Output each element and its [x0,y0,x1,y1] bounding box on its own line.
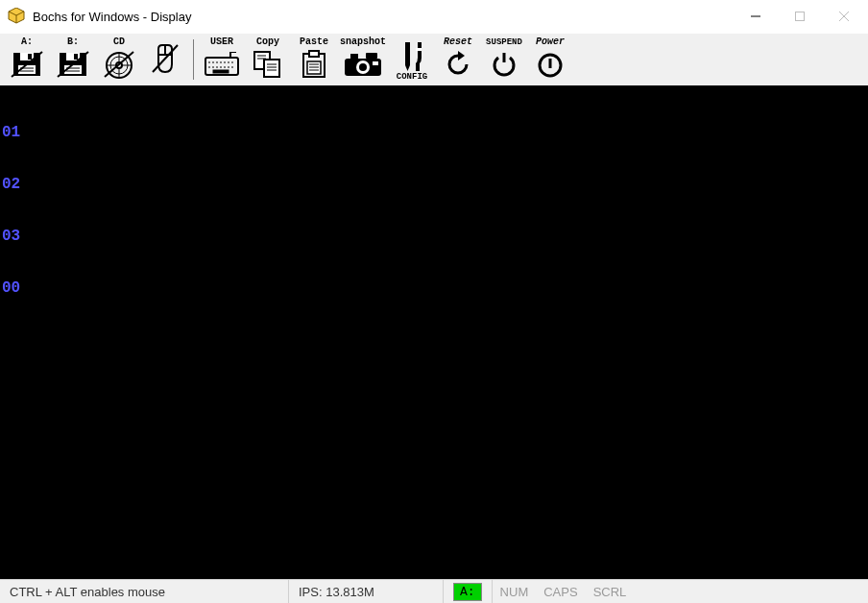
toolbar-label: snapshot [340,37,386,47]
toolbar-label: B: [67,37,79,47]
svg-marker-69 [458,51,465,60]
mouse-capture-button[interactable] [144,37,186,82]
app-icon [8,8,25,25]
toolbar-label: USER [210,37,233,47]
config-icon [398,41,425,72]
cdrom-button[interactable]: CD [98,37,140,82]
console-line: 03 [2,228,866,245]
status-hint: CTRL + ALT enables mouse [0,580,289,603]
mouse-icon [149,37,181,82]
toolbar-label: CONFIG [397,72,427,82]
svg-rect-61 [350,54,358,59]
minimize-button[interactable] [734,2,778,31]
toolbar-label: SUSPEND [486,37,522,47]
svg-rect-48 [264,60,279,77]
toolbar-separator [193,39,194,80]
keyboard-icon [204,47,240,82]
reset-icon [445,47,471,82]
svg-marker-67 [405,65,410,71]
toolbar-label: Power [536,37,565,47]
scrolllock-indicator: SCRL [586,585,635,599]
window-title: Bochs for Windows - Display [33,10,191,24]
suspend-icon [491,47,518,82]
svg-rect-8 [28,54,32,60]
console-line: 02 [2,176,866,193]
power-button[interactable]: Power [529,37,571,82]
toolbar-label: Paste [300,37,328,47]
svg-rect-46 [213,70,229,73]
toolbar-label: Copy [256,37,279,47]
floppy-b-icon [57,47,89,82]
toolbar-label: Reset [444,37,472,47]
cdrom-icon [103,47,135,82]
svg-rect-65 [373,61,378,65]
svg-rect-15 [74,54,78,60]
svg-rect-68 [416,48,422,51]
console-line: 00 [2,279,866,297]
svg-rect-62 [366,53,377,59]
console-display[interactable]: 01 02 03 00 [0,85,868,579]
config-button[interactable]: CONFIG [391,37,433,82]
maximize-button[interactable] [778,2,822,31]
numlock-indicator: NUM [493,585,537,599]
titlebar: Bochs for Windows - Display [0,0,868,33]
floppy-b-button[interactable]: B: [52,37,94,82]
copy-button[interactable]: Copy [247,37,289,82]
toolbar-label: A: [21,37,33,47]
toolbar: A: B: [0,33,868,85]
snapshot-button[interactable]: snapshot [339,37,387,82]
power-icon [537,47,564,82]
suspend-button[interactable]: SUSPEND [483,37,525,82]
svg-rect-66 [405,42,410,65]
floppy-a-icon [11,47,43,82]
status-drive-cell: A: [444,580,493,603]
floppy-a-button[interactable]: A: [6,37,48,82]
camera-icon [343,47,383,82]
reset-button[interactable]: Reset [437,37,479,82]
window: Bochs for Windows - Display A: [0,0,868,603]
paste-button[interactable]: Paste [293,37,335,82]
console-line: 01 [2,124,866,141]
paste-icon [300,47,328,82]
capslock-indicator: CAPS [536,585,585,599]
statusbar: CTRL + ALT enables mouse IPS: 13.813M A:… [0,579,868,603]
svg-rect-55 [309,51,319,57]
svg-rect-3 [796,12,805,21]
user-button[interactable]: USER [201,37,243,82]
copy-icon [253,47,283,82]
svg-point-64 [359,63,367,71]
close-button[interactable] [822,2,866,31]
drive-a-indicator: A: [453,583,482,601]
toolbar-label: CD [113,37,125,47]
status-ips: IPS: 13.813M [289,580,444,603]
